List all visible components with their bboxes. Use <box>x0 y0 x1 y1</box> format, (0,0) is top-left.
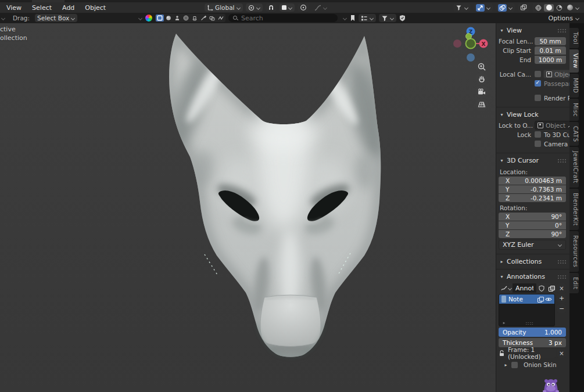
asset-type-material-button[interactable] <box>164 15 173 21</box>
annotation-layer-list[interactable]: Note <box>499 294 555 326</box>
selectability-filter-dropdown[interactable] <box>453 3 471 12</box>
menu-add[interactable]: Add <box>57 4 80 12</box>
snap-target-dropdown[interactable] <box>280 3 295 12</box>
overlays-active-toggle[interactable] <box>498 4 507 12</box>
cursor-location-x[interactable]: X 0.000463 m <box>499 177 566 185</box>
collapse-arrow-icon[interactable] <box>503 362 508 368</box>
panel-grip-icon[interactable] <box>557 159 566 163</box>
panel-3d-cursor-header[interactable]: 3D Cursor <box>496 154 569 166</box>
annotation-name-field[interactable]: Annotations <box>513 283 536 293</box>
render-region-checkbox[interactable] <box>535 95 541 101</box>
add-layer-button[interactable]: + <box>557 294 566 303</box>
duplicate-datablock-button[interactable] <box>546 283 556 293</box>
rotation-mode-dropdown[interactable]: XYZ Euler <box>499 240 566 250</box>
local-camera-object-field[interactable]: Object <box>543 70 569 78</box>
navigation-gizmo[interactable]: Z X <box>450 24 494 65</box>
opacity-slider[interactable]: Opacity 1.000 <box>499 328 566 337</box>
viewport-3d[interactable]: ctive ollection Z X <box>0 23 496 392</box>
cursor-rotation-y[interactable]: Y 0° <box>499 221 566 229</box>
proportional-falloff-dropdown[interactable] <box>312 3 329 12</box>
gizmos-active-toggle[interactable] <box>476 4 485 12</box>
panel-grip-icon[interactable] <box>557 28 566 33</box>
list-filter-arrow-icon[interactable] <box>501 321 507 325</box>
perspective-toggle-button[interactable] <box>475 98 488 111</box>
lock-to-object-field[interactable]: Object <box>535 121 569 130</box>
tab-blenderkit[interactable]: BlenderKit <box>569 189 579 230</box>
mask-model[interactable] <box>0 23 496 392</box>
overlays-toggle-dropdown[interactable] <box>496 3 515 12</box>
xray-toggle[interactable] <box>518 3 529 12</box>
filter-dropdown[interactable] <box>379 14 396 22</box>
shield-verified-icon[interactable] <box>399 15 406 21</box>
list-resize-grip[interactable] <box>525 322 533 325</box>
passepartout-checkbox[interactable] <box>535 80 541 87</box>
pivot-point-dropdown[interactable] <box>246 3 263 12</box>
tab-misc[interactable]: Misc <box>569 99 579 121</box>
panel-view-header[interactable]: View <box>496 24 569 36</box>
tab-edit[interactable]: Edit <box>569 273 579 293</box>
proportional-edit-toggle[interactable] <box>298 3 309 12</box>
asset-type-hdr-button[interactable] <box>208 15 216 21</box>
shading-solid-button[interactable] <box>544 4 554 12</box>
shading-material-button[interactable] <box>554 4 564 12</box>
snap-toggle[interactable] <box>266 3 277 12</box>
unlink-datablock-button[interactable]: × <box>557 283 566 293</box>
panel-annotations-header[interactable]: Annotations <box>496 271 569 282</box>
panel-grip-icon[interactable] <box>557 275 566 279</box>
orientation-dropdown[interactable]: Global <box>205 3 243 12</box>
clip-end-field[interactable]: 1000 m <box>535 56 566 64</box>
to-3d-cursor-checkbox[interactable] <box>535 131 541 138</box>
display-mode-dropdown[interactable] <box>359 14 376 22</box>
gizmo-neg-z-ball[interactable] <box>467 53 475 62</box>
asset-type-character-button[interactable] <box>173 15 181 21</box>
chevron-down-icon[interactable] <box>343 16 347 20</box>
fake-user-button[interactable] <box>536 283 546 293</box>
zoom-view-button[interactable] <box>475 60 488 73</box>
duplicate-icon[interactable] <box>538 297 543 302</box>
panel-collections-header[interactable]: Collections <box>496 256 569 267</box>
gizmo-y-ball[interactable] <box>466 34 472 39</box>
tab-resources[interactable]: Resources <box>569 231 579 272</box>
panel-view-lock-header[interactable]: View Lock <box>496 109 569 120</box>
menu-view[interactable]: View <box>1 4 27 12</box>
asset-type-brush-button[interactable] <box>199 15 207 21</box>
chevron-down-icon[interactable] <box>1 16 5 20</box>
frame-delete-button[interactable]: × <box>557 348 566 358</box>
asset-search-input[interactable]: Search <box>228 14 338 22</box>
tab-jewelcraft[interactable]: JewelCraft <box>569 147 579 188</box>
clip-start-field[interactable]: 0.01 m <box>535 46 566 55</box>
menu-select[interactable]: Select <box>27 4 57 12</box>
annotation-type-button[interactable] <box>499 283 513 293</box>
tab-view[interactable]: View <box>569 49 579 73</box>
blenderkit-mascot[interactable] <box>538 375 564 392</box>
bookmark-icon[interactable] <box>350 15 356 21</box>
asset-type-model-button[interactable] <box>156 15 164 21</box>
gizmo-y-ring[interactable] <box>466 39 476 49</box>
tab-cats[interactable]: CATS <box>569 122 579 146</box>
onion-skin-checkbox[interactable] <box>511 362 518 368</box>
camera-to-view-checkbox[interactable] <box>535 141 541 147</box>
gizmos-toggle-dropdown[interactable] <box>474 3 493 12</box>
cursor-location-y[interactable]: Y -0.7363 m <box>499 185 566 193</box>
shading-wireframe-button[interactable] <box>533 4 543 12</box>
menu-object[interactable]: Object <box>80 4 111 12</box>
chevron-down-icon[interactable] <box>138 16 142 20</box>
frame-lock-button[interactable]: Frame: 1 (Unlocked) <box>499 348 556 358</box>
gizmo-neg-x-ball[interactable] <box>453 39 461 48</box>
cursor-rotation-x[interactable]: X 90° <box>499 213 566 221</box>
blenderkit-logo-icon[interactable] <box>145 15 152 21</box>
tab-tool[interactable]: Tool <box>569 28 579 48</box>
tab-mmd[interactable]: MMD <box>569 74 579 97</box>
pan-view-button[interactable] <box>475 73 488 85</box>
cursor-rotation-z[interactable]: Z 90° <box>499 230 566 238</box>
eye-icon[interactable] <box>545 297 552 302</box>
asset-type-printable-button[interactable] <box>191 15 199 21</box>
asset-type-scene-button[interactable] <box>182 15 190 21</box>
local-camera-checkbox[interactable] <box>535 71 541 77</box>
layer-color-swatch[interactable] <box>501 296 506 303</box>
shading-rendered-button[interactable] <box>565 4 575 12</box>
panel-grip-icon[interactable] <box>557 260 566 264</box>
camera-view-button[interactable] <box>475 85 488 98</box>
remove-layer-button[interactable]: − <box>557 304 566 313</box>
select-mode-dropdown[interactable]: Select Box <box>35 14 77 22</box>
